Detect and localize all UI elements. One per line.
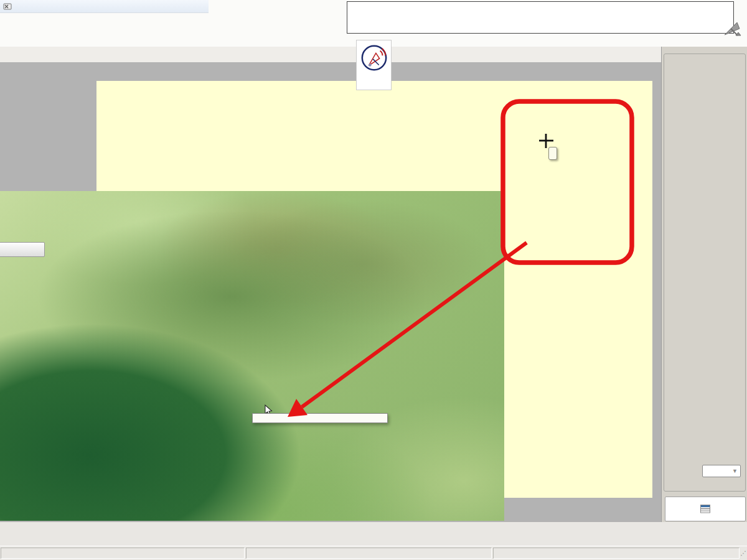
- status-sync-counters: [246, 548, 492, 559]
- status-uptime: [1, 548, 245, 559]
- weather-station-tooltip: [252, 413, 388, 423]
- resize-grip[interactable]: ⋰: [740, 548, 746, 559]
- status-bar: ⋰: [0, 546, 747, 560]
- title-bar: [0, 0, 209, 13]
- app-icon: [3, 2, 12, 11]
- world-clocks: [347, 1, 734, 34]
- status-best-signal: [493, 548, 740, 559]
- list-icon: [700, 505, 710, 513]
- signal-analyzer-window: ▼ ⋰: [0, 0, 747, 560]
- weather-map: [0, 191, 504, 521]
- dxsatcs-logo-icon: [360, 43, 388, 73]
- ts-panel-button[interactable]: [665, 497, 746, 521]
- mis-select[interactable]: ▼: [702, 465, 741, 477]
- tab-row: [0, 47, 661, 62]
- all-stations-button[interactable]: [0, 242, 45, 257]
- chevron-down-icon: ▼: [732, 468, 738, 474]
- satellite-dish-icon: [721, 19, 743, 42]
- chart-cursor-tooltip: [548, 147, 557, 160]
- transponder-groupbox: [664, 54, 746, 492]
- signal-status-bars: [0, 522, 747, 546]
- dxsatcs-logo: [356, 40, 392, 90]
